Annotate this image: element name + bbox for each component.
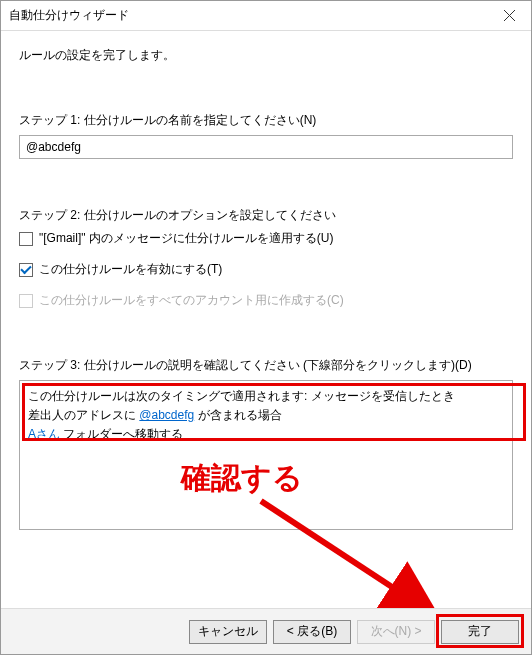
rule-name-input[interactable] — [19, 135, 513, 159]
checkbox-apply-gmail[interactable]: "[Gmail]" 内のメッセージに仕分けルールを適用する(U) — [19, 230, 513, 247]
step1-section: ステップ 1: 仕分けルールの名前を指定してください(N) — [19, 112, 513, 159]
desc-line2: 差出人のアドレスに @abcdefg が含まれる場合 — [28, 406, 504, 425]
desc-sender-link[interactable]: @abcdefg — [139, 408, 194, 422]
desc-folder-link[interactable]: Aさん — [28, 427, 60, 441]
intro-text: ルールの設定を完了します。 — [19, 47, 513, 64]
close-icon — [504, 10, 515, 21]
close-button[interactable] — [487, 1, 531, 31]
checkbox-icon — [19, 232, 33, 246]
desc-line3: Aさん フォルダーへ移動する — [28, 425, 504, 444]
titlebar: 自動仕分けウィザード — [1, 1, 531, 31]
step3-label: ステップ 3: 仕分けルールの説明を確認してください (下線部分をクリックします… — [19, 357, 513, 374]
rule-description-box: この仕分けルールは次のタイミングで適用されます: メッセージを受信したとき 差出… — [19, 380, 513, 530]
checkbox-all-accounts: この仕分けルールをすべてのアカウント用に作成する(C) — [19, 292, 513, 309]
button-bar: キャンセル < 戻る(B) 次へ(N) > 完了 — [1, 608, 531, 654]
checkbox-label: この仕分けルールを有効にする(T) — [39, 261, 222, 278]
cancel-button[interactable]: キャンセル — [189, 620, 267, 644]
window-title: 自動仕分けウィザード — [9, 7, 129, 24]
step3-section: ステップ 3: 仕分けルールの説明を確認してください (下線部分をクリックします… — [19, 357, 513, 530]
desc-line1: この仕分けルールは次のタイミングで適用されます: メッセージを受信したとき — [28, 387, 504, 406]
checkbox-icon — [19, 294, 33, 308]
back-button[interactable]: < 戻る(B) — [273, 620, 351, 644]
step2-section: ステップ 2: 仕分けルールのオプションを設定してください "[Gmail]" … — [19, 207, 513, 309]
next-button: 次へ(N) > — [357, 620, 435, 644]
finish-button[interactable]: 完了 — [441, 620, 519, 644]
step1-label: ステップ 1: 仕分けルールの名前を指定してください(N) — [19, 112, 513, 129]
checkbox-icon — [19, 263, 33, 277]
content-area: ルールの設定を完了します。 ステップ 1: 仕分けルールの名前を指定してください… — [1, 31, 531, 530]
step2-label: ステップ 2: 仕分けルールのオプションを設定してください — [19, 207, 513, 224]
checkbox-label: この仕分けルールをすべてのアカウント用に作成する(C) — [39, 292, 344, 309]
checkbox-enable-rule[interactable]: この仕分けルールを有効にする(T) — [19, 261, 513, 278]
checkbox-label: "[Gmail]" 内のメッセージに仕分けルールを適用する(U) — [39, 230, 334, 247]
